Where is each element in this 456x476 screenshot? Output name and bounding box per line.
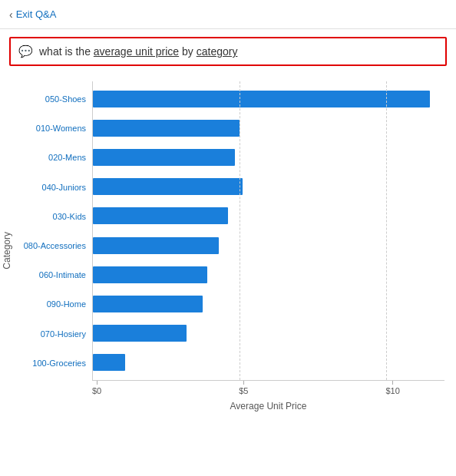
chart-inner: 050-Shoes010-Womens020-Mens040-Juniors03… [23,81,444,412]
qa-question: what is the average unit price by catego… [39,45,237,58]
cat-label: 100-Groceries [23,352,91,374]
bar-row [93,235,444,256]
x-tick: $5 [239,381,248,395]
back-button[interactable]: ‹ Exit Q&A [9,8,56,21]
grid-line [386,81,387,380]
bar-row [93,352,444,373]
bar [93,178,243,195]
x-tick: $0 [92,381,101,395]
cat-label: 010-Womens [23,117,91,139]
cat-label: 090-Home [23,293,91,315]
bar [93,354,125,371]
cat-label: 030-Kids [23,206,91,227]
header: ‹ Exit Q&A [0,0,456,29]
bar-row [93,117,444,139]
bar-row [93,88,444,110]
qa-highlight-avg: average unit price [94,45,179,58]
x-axis: Average Unit Price $0$5$10 [92,381,444,412]
bar [93,91,430,107]
bar [93,237,219,254]
back-label: Exit Q&A [16,8,57,20]
x-tick-label: $5 [239,386,248,395]
category-labels: 050-Shoes010-Womens020-Mens040-Juniors03… [23,81,91,381]
bar-row [93,205,444,226]
back-arrow-icon: ‹ [9,8,13,21]
qa-box: 💬 what is the average unit price by cate… [9,37,447,66]
cat-label: 070-Hosiery [23,323,91,345]
x-tick-label: $10 [386,386,400,395]
bar [93,120,240,137]
bar-rows [93,81,444,380]
bar [93,325,187,342]
bar-row [93,293,444,315]
cat-label: 060-Intimate [23,264,91,286]
x-tick-line [392,381,393,385]
x-tick: $10 [386,381,400,395]
bars-container [92,81,444,381]
bar-row [93,264,444,286]
x-tick-label: $0 [92,386,101,395]
cat-label: 040-Juniors [23,177,91,198]
cat-label: 020-Mens [23,147,91,168]
y-axis-title: Category [2,232,12,269]
y-axis-title-wrap: Category [0,74,14,427]
bar [93,207,228,224]
bar-row [93,322,444,344]
bar [93,266,207,283]
chat-icon: 💬 [18,45,33,58]
cat-label: 080-Accessories [23,235,91,256]
cat-label: 050-Shoes [23,88,91,110]
bar [93,149,235,166]
bar-row [93,147,444,168]
qa-highlight-category: category [197,45,238,58]
chart-area: Category 050-Shoes010-Womens020-Mens040-… [0,74,456,458]
x-tick-line [243,381,244,385]
bar [93,296,203,312]
x-tick-line [97,381,97,385]
bar-row [93,176,444,197]
x-axis-title: Average Unit Price [92,401,444,412]
grid-line [240,81,240,380]
